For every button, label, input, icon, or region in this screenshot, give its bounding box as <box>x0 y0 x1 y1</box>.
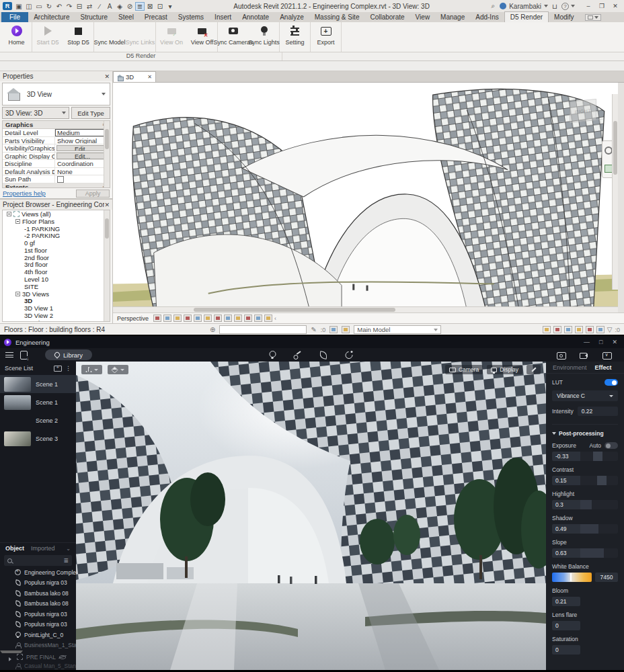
filter-icon[interactable]: ▽ <box>607 326 613 333</box>
select-links-icon[interactable] <box>575 326 583 333</box>
browser-tree-item[interactable]: 2nd floor <box>3 254 110 261</box>
ribbon-button[interactable]: Sync Model <box>94 22 125 52</box>
value-input[interactable]: 0 <box>552 621 580 630</box>
import-model-icon[interactable] <box>20 351 28 360</box>
browser-tree-item[interactable]: 3D View 1 <box>3 304 110 312</box>
hidden-eye-icon[interactable] <box>59 655 66 659</box>
ribbon-button[interactable]: Home <box>1 22 32 52</box>
menu-icon[interactable] <box>5 352 13 358</box>
ribbon-tab[interactable]: Architecture <box>28 12 75 22</box>
qat-icon[interactable]: A <box>105 2 114 11</box>
slider-track[interactable] <box>580 524 618 534</box>
ribbon-button[interactable]: View Off <box>187 22 218 52</box>
gizmo-mode-dropdown[interactable] <box>81 365 102 374</box>
camera-button[interactable]: Camera <box>445 365 483 374</box>
type-selector[interactable]: 3D View <box>2 83 110 106</box>
expander-icon[interactable] <box>7 212 11 216</box>
render-image-icon[interactable] <box>557 351 565 359</box>
qat-icon[interactable]: ▭ <box>34 2 44 11</box>
scene-item[interactable]: Scene 2 <box>0 411 76 429</box>
list-options-icon[interactable]: ≣ <box>63 557 69 564</box>
property-row[interactable]: Default Analysis Di... None <box>3 168 110 176</box>
ribbon-button[interactable]: Sync Lights <box>249 22 280 52</box>
show-crop-icon[interactable] <box>204 314 212 322</box>
d5-close-button[interactable]: ✕ <box>612 339 617 345</box>
reveal-constraints-icon[interactable] <box>264 314 272 322</box>
browser-scrollbar[interactable] <box>104 210 110 321</box>
display-mode-dropdown[interactable] <box>108 365 128 374</box>
library-button[interactable]: Library <box>45 349 92 360</box>
view-tab-close-icon[interactable]: ✕ <box>147 74 152 80</box>
property-row[interactable]: Parts Visibility Show Original <box>3 137 110 145</box>
ribbon-tab[interactable]: Structure <box>75 12 113 22</box>
ribbon-tab[interactable]: Modify <box>549 12 579 22</box>
view-tab-3d[interactable]: 3D ✕ <box>113 71 156 82</box>
ribbon-button[interactable]: View On <box>156 22 187 52</box>
ribbon-tab[interactable]: D5 Render <box>504 11 549 22</box>
object-item[interactable]: Populus nigra 03 <box>0 578 76 589</box>
object-item[interactable]: Populus nigra 03 <box>0 620 76 630</box>
worksets-dialog-icon[interactable] <box>329 326 338 333</box>
tab-object[interactable]: Object <box>5 545 24 552</box>
qat-icon[interactable]: ↻ <box>44 2 54 11</box>
exclude-options-icon[interactable] <box>553 326 561 333</box>
sun-path-icon[interactable] <box>163 314 171 322</box>
object-panel-collapse-icon[interactable]: ⌄ <box>66 546 71 552</box>
display-button[interactable]: Display <box>487 365 522 374</box>
qat-icon[interactable]: ↷ <box>65 2 74 11</box>
browser-tree-item[interactable]: 3D <box>3 298 110 305</box>
temporary-hide-icon[interactable] <box>224 314 232 322</box>
slider-track[interactable] <box>580 500 618 509</box>
properties-close-icon[interactable]: ✕ <box>104 73 110 80</box>
help-icon[interactable]: ? <box>561 3 569 10</box>
browser-tree-item[interactable]: Level 10 <box>3 276 110 283</box>
property-row[interactable]: Visibility/Graphics ... Edit... <box>3 144 110 153</box>
tab-effect[interactable]: Effect <box>595 364 612 371</box>
object-item[interactable]: Bambusa lako 08 <box>0 588 76 599</box>
render-queue-icon[interactable] <box>602 351 611 359</box>
object-item[interactable]: PRE FINAL <box>0 650 23 661</box>
ribbon-button[interactable]: Setting <box>280 22 311 52</box>
scale-perspective-label[interactable]: Perspective <box>117 315 149 322</box>
project-browser-close-icon[interactable]: ✕ <box>104 202 110 208</box>
slider-input[interactable]: 0.3 <box>552 500 580 509</box>
viewcube[interactable]: RIGHT <box>564 97 599 127</box>
scene-list-menu-icon[interactable]: ⋮ <box>65 365 71 372</box>
graphics-section-header[interactable]: Graphics <box>5 121 33 128</box>
qat-icon[interactable]: ↶ <box>54 2 64 11</box>
user-account[interactable]: Karambaki <box>500 3 548 10</box>
qat-icon[interactable]: ⊡ <box>155 2 165 11</box>
press-drag-select-icon[interactable] <box>564 326 572 333</box>
qat-icon[interactable]: ⊘ <box>125 2 134 11</box>
canvas-horizontal-scrollbar[interactable] <box>113 306 618 312</box>
qat-icon[interactable]: ▣ <box>14 2 24 11</box>
lock-view-icon[interactable] <box>214 314 222 322</box>
ribbon-tab[interactable]: Systems <box>173 12 209 22</box>
visual-style-icon[interactable] <box>153 314 161 322</box>
app-store-icon[interactable]: ⊔ <box>550 2 559 11</box>
ribbon-tab[interactable]: Manage <box>435 12 470 22</box>
browser-tree-item[interactable]: 3D View 2 <box>3 312 110 319</box>
object-item[interactable]: Engineering Comple... <box>0 567 76 578</box>
intensity-input[interactable]: 0.22 <box>578 407 618 416</box>
browser-tree-item[interactable]: 3D View 3 <box>3 319 110 322</box>
add-scene-icon[interactable] <box>54 366 62 372</box>
tab-environment[interactable]: Environment <box>553 364 587 371</box>
design-options-icon[interactable] <box>342 326 350 333</box>
ribbon-tab[interactable]: Precast <box>139 12 173 22</box>
select-pinned-icon[interactable] <box>586 326 594 333</box>
worksharing-display-icon[interactable] <box>244 314 252 322</box>
help-caret-icon[interactable] <box>571 5 575 7</box>
apply-button[interactable]: Apply <box>76 190 110 198</box>
post-processing-section[interactable]: Post-processing <box>552 430 618 437</box>
material-tool-icon[interactable] <box>293 351 301 359</box>
object-item[interactable]: Casual Man_5_Stand_2 <box>0 661 76 671</box>
browser-tree-item[interactable]: Floor Plans <box>3 218 110 225</box>
ribbon-tab[interactable]: Insert <box>209 12 237 22</box>
close-button[interactable]: ✕ <box>609 1 621 11</box>
properties-scrollbar[interactable] <box>104 121 110 187</box>
browser-tree-item[interactable]: -1 PARKING <box>3 225 110 233</box>
main-model-dropdown[interactable]: Main Model <box>354 325 441 334</box>
qat-icon[interactable]: ⊠ <box>145 2 155 11</box>
slider-input[interactable]: 0.49 <box>552 524 580 534</box>
